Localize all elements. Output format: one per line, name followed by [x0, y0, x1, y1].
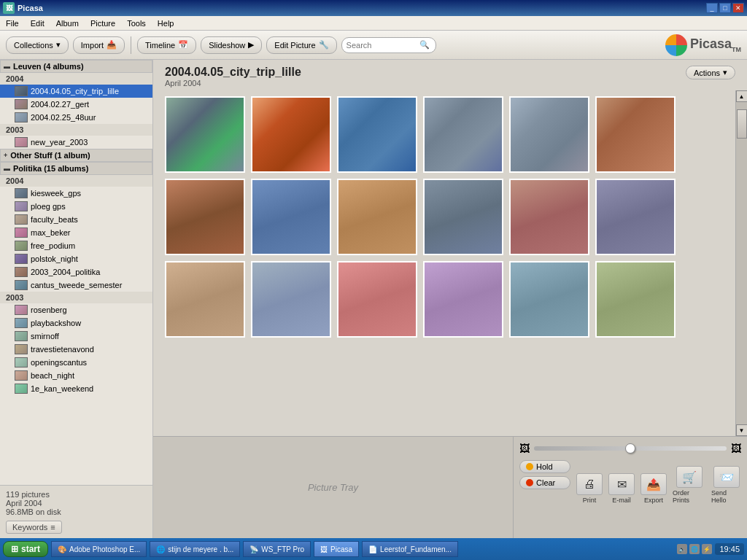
album-thumb-cantus	[15, 280, 28, 290]
send-hello-button[interactable]: 📨 Send Hello	[711, 466, 741, 504]
timeline-button[interactable]: Timeline 📅	[137, 36, 196, 54]
order-prints-button[interactable]: 🛒 Order Prints	[673, 466, 705, 504]
album-thumb-polstok	[15, 254, 28, 264]
album-cantus[interactable]: cantus_tweede_semester	[0, 279, 152, 292]
album-date: April 2004	[165, 79, 301, 88]
sidebar-group-politika[interactable]: ▬ Politika (15 albums)	[0, 162, 152, 175]
album-ploeg-gps[interactable]: ploeg gps	[0, 200, 152, 213]
email-button[interactable]: ✉ E-mail	[608, 473, 635, 504]
album-city-trip-lille[interactable]: 2004.04.05_city_trip_lille	[0, 85, 152, 98]
search-input[interactable]	[347, 41, 419, 50]
album-kiesweek[interactable]: kiesweek_gps	[0, 187, 152, 200]
taskbar-item-leerstof[interactable]: 📄 Leerstof_Fundamen...	[362, 541, 458, 557]
photo-item[interactable]	[337, 261, 417, 338]
album-thumb-playback	[15, 318, 28, 328]
taskbar-item-photoshop[interactable]: 🎨 Adobe Photoshop E...	[51, 541, 147, 557]
photo-item[interactable]	[251, 179, 331, 255]
collections-label: Collections	[14, 41, 53, 50]
bottom-area: Picture Tray 🖼 🖼 Hold	[153, 436, 747, 538]
photo-item[interactable]	[165, 179, 245, 255]
album-openings[interactable]: openingscantus	[0, 356, 152, 369]
scroll-up-arrow[interactable]: ▲	[736, 90, 748, 102]
minimize-button[interactable]: _	[706, 3, 718, 13]
clear-button[interactable]: Clear	[519, 476, 570, 489]
scroll-track[interactable]	[736, 102, 748, 424]
photo-item[interactable]	[423, 179, 503, 255]
photo-item[interactable]	[165, 96, 245, 173]
album-max-beker[interactable]: max_beker	[0, 226, 152, 239]
right-scrollbar[interactable]: ▲ ▼	[735, 90, 747, 436]
photo-item[interactable]	[509, 96, 589, 173]
album-beach[interactable]: beach_night	[0, 369, 152, 382]
system-tray-icons: 🔈 🌐 ⚡	[677, 544, 712, 554]
print-button[interactable]: 🖨 Print	[576, 473, 603, 504]
menu-album[interactable]: Album	[53, 18, 82, 28]
album-playback[interactable]: playbackshow	[0, 316, 152, 330]
album-smirnoff[interactable]: smirnoff	[0, 330, 152, 343]
album-thumb-ploeg	[15, 201, 28, 211]
maximize-button[interactable]: □	[719, 3, 731, 13]
actions-button[interactable]: Actions ▾	[686, 66, 735, 79]
collections-button[interactable]: Collections ▾	[6, 36, 69, 54]
sidebar-group-other[interactable]: + Other Stuff (1 album)	[0, 149, 152, 162]
photo-item[interactable]	[423, 261, 503, 338]
album-gert[interactable]: 2004.02.27_gert	[0, 98, 152, 111]
photo-item[interactable]	[337, 96, 417, 173]
album-traves[interactable]: travestietenavond	[0, 343, 152, 356]
import-button[interactable]: Import 📥	[73, 36, 125, 54]
hold-clear-row: Hold Clear	[519, 460, 570, 504]
sidebar-scroll[interactable]: ▬ Leuven (4 albums) 2004 2004.04.05_city…	[0, 60, 152, 485]
album-thumb-max	[15, 228, 28, 238]
menu-file[interactable]: File	[3, 18, 22, 28]
menu-help[interactable]: Help	[155, 18, 177, 28]
menu-edit[interactable]: Edit	[28, 18, 47, 28]
keywords-button[interactable]: Keywords ≡	[6, 521, 62, 534]
photo-item[interactable]	[251, 261, 331, 338]
photo-item[interactable]	[509, 179, 589, 255]
slideshow-button[interactable]: Slideshow ▶	[201, 36, 262, 54]
album-free-podium[interactable]: free_podium	[0, 239, 152, 252]
start-button[interactable]: ⊞ start	[3, 541, 48, 557]
edit-picture-button[interactable]: Edit Picture 🔧	[266, 36, 336, 54]
album-1e-kan[interactable]: 1e_kan_weekend	[0, 382, 152, 395]
year-2003-politika: 2003	[0, 292, 152, 303]
album-faculty-beats[interactable]: faculty_beats	[0, 213, 152, 226]
zoom-slider[interactable]	[534, 446, 727, 451]
taskbar-item-picasa[interactable]: 🖼 Picasa	[314, 541, 359, 557]
hold-button[interactable]: Hold	[519, 460, 570, 473]
search-box[interactable]: 🔍	[341, 37, 436, 53]
photo-grid[interactable]	[153, 90, 735, 436]
album-48uur[interactable]: 2004.02.25_48uur	[0, 111, 152, 124]
sidebar-group-leuven[interactable]: ▬ Leuven (4 albums)	[0, 60, 152, 73]
album-label-beach: beach_night	[31, 371, 74, 380]
scroll-down-arrow[interactable]: ▼	[736, 424, 748, 436]
content-header: 2004.04.05_city_trip_lille April 2004 Ac…	[153, 60, 747, 90]
photo-item[interactable]	[595, 179, 676, 255]
photo-item[interactable]	[251, 96, 331, 173]
taskbar-item-ftp[interactable]: 📡 WS_FTP Pro	[243, 541, 311, 557]
album-label-openings: openingscantus	[31, 358, 87, 367]
footer-date: April 2004	[6, 499, 147, 508]
photo-item[interactable]	[337, 179, 417, 255]
album-label-faculty: faculty_beats	[31, 215, 78, 224]
close-button[interactable]: ✕	[732, 3, 744, 13]
sidebar: ▬ Leuven (4 albums) 2004 2004.04.05_city…	[0, 60, 153, 538]
app-icon: 🖼	[3, 2, 15, 14]
menu-picture[interactable]: Picture	[88, 18, 118, 28]
photo-item[interactable]	[165, 261, 245, 338]
start-icon: ⊞	[11, 544, 18, 554]
photo-item[interactable]	[595, 96, 676, 173]
album-new-year[interactable]: new_year_2003	[0, 136, 152, 149]
menu-tools[interactable]: Tools	[124, 18, 149, 28]
album-label-2003-2004: 2003_2004_politika	[31, 268, 100, 276]
album-polstok[interactable]: polstok_night	[0, 252, 152, 265]
photo-item[interactable]	[509, 261, 589, 338]
disk-size: 96.8MB on disk	[6, 508, 147, 516]
album-2003-2004[interactable]: 2003_2004_politika	[0, 265, 152, 279]
export-button[interactable]: 📤 Export	[640, 473, 667, 504]
taskbar-item-browser[interactable]: 🌐 stijn de meyere . b...	[150, 541, 240, 557]
photo-item[interactable]	[595, 261, 676, 338]
photo-item[interactable]	[423, 96, 503, 173]
album-rosenberg[interactable]: rosenberg	[0, 303, 152, 316]
send-hello-label: Send Hello	[711, 489, 741, 504]
